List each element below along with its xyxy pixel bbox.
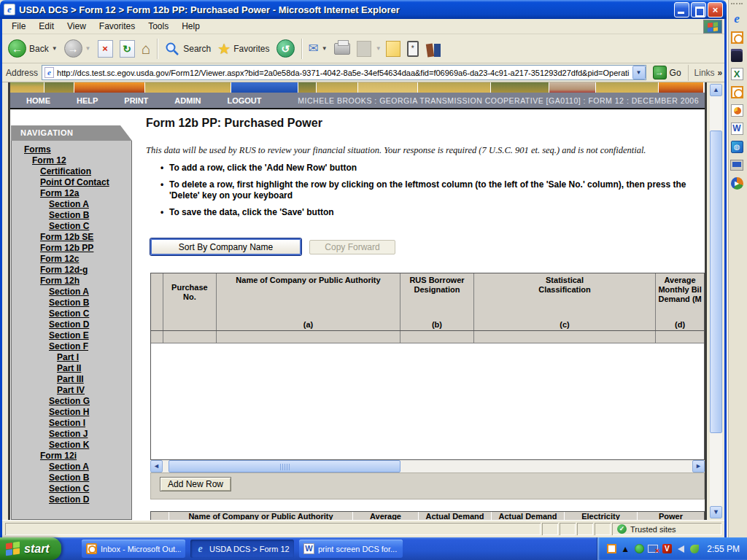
row-selector-header[interactable]	[151, 273, 163, 330]
search-button[interactable]: Search	[162, 40, 213, 58]
task-word[interactable]: W print screen DCS for...	[299, 540, 403, 558]
sidebar-link[interactable]: Form 12b PP	[12, 243, 131, 254]
menu-item[interactable]: Favorites	[93, 20, 142, 33]
table-cell[interactable]	[474, 331, 656, 343]
my-computer-icon[interactable]	[729, 158, 744, 172]
tray-volume-icon[interactable]	[676, 544, 686, 554]
ie-icon[interactable]: e	[729, 12, 744, 26]
sidebar-link[interactable]: Form 12	[12, 155, 131, 166]
excel-icon[interactable]: X	[729, 66, 744, 81]
go-button[interactable]: → Go	[650, 65, 684, 80]
sidebar-link[interactable]: Part IV	[12, 385, 131, 396]
site-nav-link[interactable]: HOME	[26, 96, 50, 105]
home-button[interactable]: ⌂	[139, 39, 153, 58]
table-cell[interactable]	[151, 331, 163, 343]
powerpoint-icon[interactable]	[729, 103, 744, 117]
site-nav-link[interactable]: LOGOUT	[227, 96, 261, 105]
table-cell[interactable]	[656, 331, 704, 343]
copy-forward-button[interactable]: Copy Forward	[309, 240, 395, 254]
stop-button[interactable]: ×	[96, 39, 115, 58]
site-nav-link[interactable]: HELP	[77, 96, 98, 105]
sidebar-link[interactable]: Section B	[12, 298, 131, 308]
forward-dropdown-icon[interactable]: ▼	[85, 45, 91, 52]
sidebar-link[interactable]: Forms	[12, 144, 131, 155]
sidebar-link[interactable]: Section A	[12, 287, 131, 298]
sidebar-link[interactable]: Part II	[12, 363, 131, 374]
scroll-up-arrow[interactable]: ▲	[710, 84, 722, 96]
print-button[interactable]	[332, 42, 352, 55]
address-input[interactable]: e http://dcs.test.sc.egov.usda.gov/Form1…	[42, 65, 646, 80]
sidebar-link[interactable]: Section F	[12, 341, 131, 352]
address-dropdown[interactable]: ▼	[632, 66, 646, 79]
site-nav-link[interactable]: ADMIN	[174, 96, 201, 105]
tray-network-offline-icon[interactable]	[648, 544, 658, 554]
close-button[interactable]: ×	[708, 2, 723, 18]
sidebar-link[interactable]: Section B	[12, 210, 131, 221]
sidebar-link[interactable]: Section E	[12, 330, 131, 341]
tray-antivirus-icon[interactable]: V	[662, 544, 672, 554]
discuss-button[interactable]	[384, 40, 403, 58]
scrollbar-track[interactable]	[163, 460, 692, 472]
sort-by-company-button[interactable]: Sort By Company Name	[150, 238, 301, 255]
sidebar-link[interactable]: Section D	[12, 494, 131, 505]
restore-button[interactable]	[691, 2, 706, 18]
sidebar-link[interactable]: Part III	[12, 374, 131, 385]
table-cell[interactable]	[400, 331, 474, 343]
sidebar-link[interactable]: Form 12d-g	[12, 265, 131, 276]
clock[interactable]: 2:55 PM	[707, 544, 740, 554]
frontpage-icon[interactable]: ◍	[729, 139, 744, 154]
tray-update-icon[interactable]	[689, 544, 700, 554]
sidebar-link[interactable]: Section K	[12, 440, 131, 451]
page-vertical-scrollbar[interactable]: ▲ ▼	[710, 84, 722, 518]
site-nav-link[interactable]: PRINT	[124, 96, 148, 105]
mail-button[interactable]: ✉ ▼	[306, 40, 330, 57]
outlook-clock-icon[interactable]	[729, 30, 744, 44]
sidebar-link[interactable]: Part I	[12, 352, 131, 363]
menu-item[interactable]: File	[5, 20, 32, 33]
sidebar-link[interactable]: Form 12b SE	[12, 232, 131, 243]
sidebar-link[interactable]: Section H	[12, 407, 131, 418]
tray-network-globe-icon[interactable]	[634, 544, 644, 554]
sidebar-link[interactable]: Section G	[12, 396, 131, 407]
sidebar-link[interactable]: Section A	[12, 462, 131, 472]
sidebar-link[interactable]: Section I	[12, 418, 131, 429]
word-icon[interactable]: W	[729, 121, 744, 136]
minimize-button[interactable]	[674, 2, 689, 18]
messenger-button[interactable]: *	[405, 40, 421, 58]
task-outlook[interactable]: Inbox - Microsoft Out...	[82, 540, 185, 558]
back-dropdown-icon[interactable]: ▼	[52, 45, 58, 52]
menu-item[interactable]: Tools	[142, 20, 175, 33]
table-horizontal-scrollbar[interactable]: ◄ ►	[150, 460, 705, 472]
sidebar-link[interactable]: Form 12h	[12, 276, 131, 287]
research-button[interactable]	[423, 40, 445, 58]
task-ie-active[interactable]: e USDA DCS > Form 12...	[190, 540, 294, 558]
forward-button[interactable]: → ▼	[62, 39, 93, 58]
edit-button[interactable]	[355, 40, 374, 58]
table-cell[interactable]	[163, 331, 217, 343]
tray-triangle-icon[interactable]: ▲	[620, 544, 630, 554]
mail-dropdown-icon[interactable]: ▼	[322, 45, 328, 52]
menu-item[interactable]: Edit	[32, 20, 61, 33]
sidebar-link[interactable]: Section B	[12, 472, 131, 483]
toolbar-drag-handle[interactable]	[731, 3, 743, 7]
add-new-row-button[interactable]: Add New Row	[160, 477, 231, 491]
menu-item[interactable]: Help	[175, 20, 206, 33]
scroll-down-arrow[interactable]: ▼	[710, 506, 722, 518]
sidebar-link[interactable]: Section C	[12, 308, 131, 319]
tray-clock-icon[interactable]	[606, 544, 616, 554]
address-book-icon[interactable]	[729, 48, 744, 63]
sidebar-link[interactable]: Section J	[12, 429, 131, 440]
sidebar-link[interactable]: Point Of Contact	[12, 177, 131, 188]
scrollbar-thumb[interactable]	[169, 460, 400, 472]
sidebar-link[interactable]: Certification	[12, 166, 131, 177]
sidebar-link[interactable]: Section C	[12, 221, 131, 232]
sidebar-link[interactable]: Section A	[12, 199, 131, 210]
sidebar-link[interactable]: Form 12i	[12, 451, 131, 462]
edit-dropdown-icon[interactable]: ▼	[376, 45, 382, 52]
sidebar-link[interactable]: Section C	[12, 483, 131, 494]
history-button[interactable]: ↺	[274, 39, 297, 58]
chevron-icon[interactable]: »	[718, 68, 723, 78]
back-button[interactable]: ← Back ▼	[6, 39, 60, 58]
links-toolbar[interactable]: Links »	[688, 65, 726, 81]
scroll-left-arrow[interactable]: ◄	[150, 460, 163, 472]
